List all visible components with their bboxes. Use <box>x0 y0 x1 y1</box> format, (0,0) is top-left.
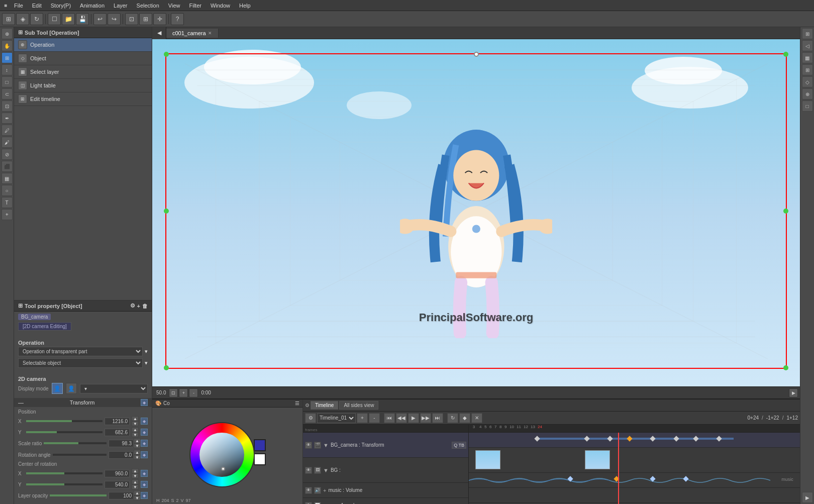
tool-bucket[interactable]: ⬛ <box>2 161 13 172</box>
color-wheel-container[interactable] <box>189 422 250 482</box>
display-mode-person-icon[interactable]: 👤 <box>52 383 63 394</box>
tool-crop[interactable]: ⊡ <box>2 100 13 112</box>
display-mode-dropdown[interactable]: ▾ <box>80 384 148 393</box>
center-y-spin-down[interactable]: ▼ <box>132 484 139 489</box>
right-btn-5[interactable]: ◇ <box>802 76 813 87</box>
tl-btn-delete-key[interactable]: ✕ <box>471 413 482 423</box>
handle-top-left[interactable] <box>164 52 169 57</box>
foreground-swatch[interactable] <box>254 439 266 451</box>
tool-gradient[interactable]: ▦ <box>2 173 13 184</box>
opacity-slider[interactable] <box>50 494 107 496</box>
center-x-input[interactable]: 960.0 <box>105 470 130 477</box>
center-x-diamond-btn[interactable]: ◆ <box>141 470 148 477</box>
canvas-tab-main[interactable]: c001_camera ✕ <box>166 29 219 38</box>
tl-btn-loop[interactable]: ↻ <box>447 413 458 423</box>
tab-left-arrow[interactable]: ◀ <box>152 27 166 39</box>
handle-mid-left[interactable] <box>164 209 169 214</box>
right-btn-2[interactable]: ◁ <box>802 40 813 51</box>
canvas-viewport[interactable]: PrincipalSoftware.org <box>152 39 800 386</box>
rotation-slider[interactable] <box>53 454 107 456</box>
y-input[interactable]: 682.6 <box>105 429 130 436</box>
center-y-input[interactable]: 540.0 <box>105 481 130 488</box>
background-swatch[interactable] <box>254 453 266 465</box>
center-x-slider[interactable] <box>26 472 103 474</box>
rotation-diamond-btn[interactable]: ◆ <box>141 451 148 458</box>
zoom-in-btn[interactable]: + <box>179 388 188 397</box>
subtool-item-selectlayer[interactable]: ▦ Select layer <box>14 65 152 79</box>
subtool-item-edittimeline[interactable]: ⊞ Edit timeline <box>14 92 152 106</box>
tl-btn-prev[interactable]: ◀◀ <box>396 413 407 423</box>
tl-btn-last[interactable]: ⏭ <box>432 413 443 423</box>
zoom-out-btn[interactable]: - <box>189 388 198 397</box>
right-btn-7[interactable]: □ <box>802 100 813 112</box>
toolbar-btn-rotate[interactable]: ↻ <box>30 13 43 25</box>
tl-btn-add[interactable]: + <box>357 413 368 423</box>
subtool-item-lighttable[interactable]: ◫ Light table <box>14 79 152 92</box>
tool-property-settings-icon[interactable]: ⚙ <box>130 303 135 309</box>
menu-layer[interactable]: Layer <box>110 2 132 10</box>
scale-input[interactable]: 98.3 <box>109 440 134 447</box>
color-picker-dot[interactable] <box>221 467 225 471</box>
tool-select[interactable]: □ <box>2 76 13 87</box>
selectable-dropdown[interactable]: Selectable object <box>18 358 143 368</box>
track-vis-go[interactable]: 👁 <box>305 502 312 505</box>
tool-text[interactable]: T <box>2 197 13 208</box>
x-spin-up[interactable]: ▲ <box>132 416 139 421</box>
scale-spin-up[interactable]: ▲ <box>134 438 141 443</box>
tool-shape[interactable]: ○ <box>2 185 13 196</box>
menu-story[interactable]: Story(P) <box>47 2 75 10</box>
menu-view[interactable]: View <box>164 2 184 10</box>
display-mode-alt-icon[interactable]: 👤 <box>66 383 77 394</box>
right-expand[interactable]: ▶ <box>802 492 813 503</box>
x-spin-down[interactable]: ▼ <box>132 421 139 426</box>
canvas-play-btn[interactable]: ▶ <box>789 388 798 397</box>
toolbar-btn-2[interactable]: ◈ <box>16 13 29 25</box>
zoom-fit-btn[interactable]: ⊡ <box>169 388 178 397</box>
tool-move[interactable]: ↕ <box>2 64 13 75</box>
tool-operation[interactable]: ⊞ <box>2 52 13 63</box>
x-input[interactable]: 1216.0 <box>105 418 130 425</box>
keyframe-diamond-8[interactable] <box>717 436 722 441</box>
right-btn-3[interactable]: ▦ <box>802 52 813 63</box>
track-qtb-btn[interactable]: Q TB <box>452 442 466 449</box>
center-x-spin-up[interactable]: ▲ <box>132 468 139 473</box>
keyframe-diamond-2[interactable] <box>584 436 589 441</box>
keyframe-diamond-7[interactable] <box>693 436 698 441</box>
tool-eyedrop[interactable]: ✒ <box>2 113 13 124</box>
tool-property-add-icon[interactable]: + <box>137 303 140 309</box>
handle-mid-right[interactable] <box>783 209 788 214</box>
track-vis-music[interactable]: 👁 <box>305 487 312 494</box>
tl-btn-key[interactable]: ◆ <box>459 413 470 423</box>
track-lock-music[interactable]: 🔊 <box>314 487 321 494</box>
center-y-slider[interactable] <box>26 483 103 485</box>
toolbar-undo[interactable]: ↩ <box>93 13 107 25</box>
rotation-spin-down[interactable]: ▼ <box>134 455 141 460</box>
menu-file[interactable]: File <box>10 2 27 10</box>
tl-btn-play[interactable]: ▶ <box>408 413 419 423</box>
y-diamond-btn[interactable]: ◆ <box>141 429 148 436</box>
menu-filter[interactable]: Filter <box>185 2 205 10</box>
track-lock-go[interactable]: ⬜ <box>314 502 321 505</box>
track-lock-bgcamera[interactable]: 🎬 <box>314 442 321 449</box>
x-diamond-btn[interactable]: ◆ <box>141 418 148 425</box>
tool-eraser[interactable]: ⊘ <box>2 149 13 160</box>
tl-btn-next[interactable]: ▶▶ <box>420 413 431 423</box>
right-btn-1[interactable]: ⊞ <box>802 28 813 39</box>
transform-diamond-btn[interactable]: ◆ <box>141 399 148 406</box>
center-x-spin-down[interactable]: ▼ <box>132 473 139 478</box>
toolbar-btn-new[interactable]: ☐ <box>48 13 61 25</box>
right-btn-4[interactable]: ⊞ <box>802 64 813 75</box>
opacity-diamond-btn[interactable]: ◆ <box>141 492 148 499</box>
keyframe-diamond-3[interactable] <box>607 436 613 441</box>
y-spin-down[interactable]: ▼ <box>132 432 139 437</box>
tl-btn-remove[interactable]: - <box>369 413 380 423</box>
scale-slider[interactable] <box>44 442 107 444</box>
tool-brush[interactable]: 🖌 <box>2 137 13 148</box>
keyframe-diamond-6[interactable] <box>673 436 679 441</box>
menu-selection[interactable]: Selection <box>133 2 163 10</box>
track-expand-bgcamera[interactable]: ▼ <box>323 442 329 448</box>
rotation-input[interactable]: 0.0 <box>109 451 134 459</box>
track-expand-go[interactable]: + <box>323 502 326 505</box>
toolbar-help[interactable]: ? <box>171 13 184 25</box>
timeline-tab-allsides[interactable]: All sides view <box>339 401 378 410</box>
